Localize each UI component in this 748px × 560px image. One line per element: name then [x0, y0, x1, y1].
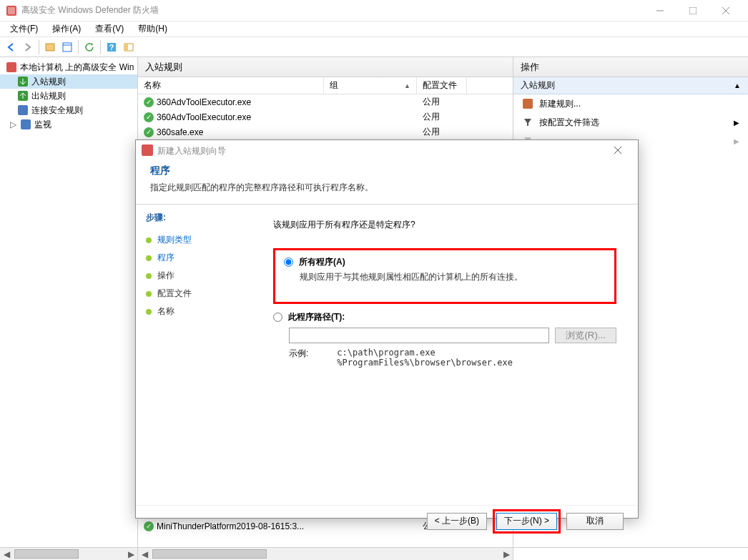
list-header: 名称 组▲ 配置文件 [138, 77, 513, 94]
minimize-button[interactable] [644, 0, 676, 21]
new-rule-wizard-dialog: 新建入站规则向导 程序 指定此规则匹配的程序的完整程序路径和可执行程序名称。 步… [135, 139, 639, 519]
action-filter-profile[interactable]: 按配置文件筛选 ▶ [513, 113, 748, 132]
forward-button[interactable] [20, 39, 36, 55]
radio-all-programs-input[interactable] [284, 257, 293, 267]
svg-rect-7 [63, 43, 72, 51]
table-row[interactable]: ✓360AdvToolExecutor.exe 公用 [138, 109, 513, 124]
refresh-button[interactable] [82, 39, 97, 55]
highlight-box-all-programs: 所有程序(A) 规则应用于与其他规则属性相匹配的计算机上的所有连接。 [273, 248, 616, 304]
outbound-icon [17, 90, 29, 102]
svg-rect-12 [124, 44, 128, 51]
svg-rect-17 [21, 119, 31, 129]
svg-rect-16 [18, 105, 28, 115]
dialog-close-button[interactable] [604, 146, 632, 156]
help-button[interactable]: ? [104, 39, 119, 55]
scrollbar-thumb[interactable] [14, 549, 79, 559]
col-name[interactable]: 名称 [138, 77, 324, 94]
step-rule-type[interactable]: 规则类型 [146, 231, 247, 249]
col-profile[interactable]: 配置文件 [417, 77, 467, 94]
menu-file[interactable]: 文件(F) [3, 21, 45, 36]
chevron-right-icon: ▶ [734, 119, 739, 127]
step-program[interactable]: 程序 [146, 249, 247, 267]
svg-rect-13 [6, 62, 16, 72]
table-row[interactable]: ✓360AdvToolExecutor.exe 公用 [138, 94, 513, 109]
toolbar: ? [0, 37, 748, 57]
option-program-path: 此程序路径(T): 浏览(R)... 示例: c:\path\program.e… [273, 311, 616, 368]
inbound-icon [17, 76, 29, 87]
radio-all-programs[interactable]: 所有程序(A) [284, 256, 606, 268]
scroll-right-button[interactable]: ▶ [500, 548, 513, 560]
close-button[interactable] [709, 0, 742, 21]
maximize-button[interactable] [676, 0, 709, 21]
svg-rect-3 [689, 7, 697, 14]
back-button[interactable] [3, 39, 19, 55]
toolbar-icon-3[interactable] [121, 39, 137, 55]
scrollbar-track[interactable] [151, 548, 500, 560]
steps-label: 步骤: [146, 212, 247, 224]
dialog-titlebar: 新建入站规则向导 [136, 140, 638, 162]
example-paths: c:\path\program.exe %ProgramFiles%\brows… [337, 348, 513, 368]
browse-button[interactable]: 浏览(R)... [555, 328, 616, 343]
scrollbars: ◀ ▶ ◀ ▶ [0, 547, 748, 560]
highlight-box-next: 下一步(N) > [493, 509, 561, 534]
radio-program-path[interactable]: 此程序路径(T): [273, 311, 616, 323]
scroll-right-button[interactable]: ▶ [124, 548, 137, 560]
col-group[interactable]: 组▲ [324, 77, 417, 94]
next-button[interactable]: 下一步(N) > [496, 513, 557, 530]
tree-outbound[interactable]: 出站规则 [0, 89, 137, 103]
dialog-footer: < 上一步(B) 下一步(N) > 取消 [136, 505, 638, 536]
dialog-subheading: 指定此规则匹配的程序的完整程序路径和可执行程序名称。 [150, 182, 624, 194]
prev-button[interactable]: < 上一步(B) [427, 513, 487, 530]
option-all-programs: 所有程序(A) 规则应用于与其他规则属性相匹配的计算机上的所有连接。 [284, 256, 606, 283]
titlebar: 高级安全 Windows Defender 防火墙 [0, 0, 748, 21]
allow-icon: ✓ [144, 127, 154, 137]
table-row[interactable]: ✓360safe.exe 公用 [138, 124, 513, 139]
firewall-icon [6, 62, 17, 73]
center-header: 入站规则 [138, 57, 513, 77]
step-profile[interactable]: 配置文件 [146, 285, 247, 303]
svg-rect-19 [142, 144, 153, 156]
scroll-left-button[interactable]: ◀ [0, 548, 13, 560]
allow-icon: ✓ [144, 112, 154, 122]
scrollbar-track[interactable] [13, 548, 124, 560]
actions-section[interactable]: 入站规则 ▲ [513, 77, 748, 94]
tree-connsec[interactable]: 连接安全规则 [0, 103, 137, 117]
action-new-rule[interactable]: 新建规则... [513, 94, 748, 113]
monitor-icon [20, 119, 31, 130]
svg-rect-6 [46, 44, 54, 51]
action-label: 按配置文件筛选 [539, 117, 599, 129]
svg-text:?: ? [109, 43, 114, 51]
toolbar-icon-1[interactable] [42, 39, 58, 55]
menu-help[interactable]: 帮助(H) [131, 21, 174, 36]
example-label: 示例: [289, 348, 308, 368]
program-path-input[interactable] [289, 328, 549, 343]
window-title: 高级安全 Windows Defender 防火墙 [21, 4, 159, 16]
step-operation[interactable]: 操作 [146, 267, 247, 285]
tree-inbound[interactable]: 入站规则 [0, 74, 137, 89]
step-name[interactable]: 名称 [146, 303, 247, 320]
tree-root[interactable]: 本地计算机 上的高级安全 Win [0, 60, 137, 74]
cancel-button[interactable]: 取消 [566, 513, 624, 530]
app-icon [6, 5, 17, 16]
scroll-left-button[interactable]: ◀ [138, 548, 151, 560]
dialog-icon [142, 144, 153, 158]
collapse-icon: ▲ [734, 82, 741, 89]
chevron-right-icon: ▶ [734, 137, 739, 145]
svg-rect-1 [8, 7, 15, 14]
tree-monitor[interactable]: ▷ 监视 [0, 117, 137, 132]
radio-program-path-input[interactable] [273, 313, 282, 322]
scrollbar-thumb[interactable] [152, 549, 267, 559]
menu-view[interactable]: 查看(V) [88, 21, 131, 36]
dialog-title: 新建入站规则向导 [157, 145, 226, 157]
menu-action[interactable]: 操作(A) [45, 21, 88, 36]
dialog-content: 该规则应用于所有程序还是特定程序? 所有程序(A) 规则应用于与其他规则属性相匹… [257, 205, 638, 505]
allow-icon: ✓ [144, 97, 154, 107]
toolbar-icon-2[interactable] [59, 39, 75, 55]
connsec-icon [17, 104, 29, 116]
svg-rect-18 [523, 99, 533, 109]
dialog-header: 程序 指定此规则匹配的程序的完整程序路径和可执行程序名称。 [136, 162, 638, 205]
expand-icon[interactable]: ▷ [9, 119, 17, 129]
filter-icon [522, 117, 533, 128]
wizard-steps: 步骤: 规则类型 程序 操作 配置文件 名称 [136, 205, 257, 505]
wizard-question: 该规则应用于所有程序还是特定程序? [273, 219, 616, 231]
